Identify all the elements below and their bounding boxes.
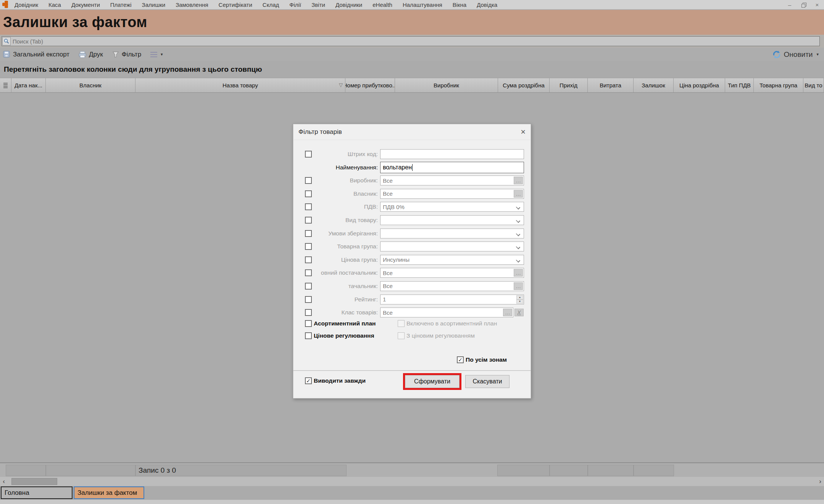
- with-price-regulation-option: З ціновим регулюванням: [398, 332, 475, 341]
- storage-conditions-dropdown[interactable]: [380, 229, 524, 238]
- assortment-plan-checkbox[interactable]: [305, 320, 312, 327]
- view-options-button[interactable]: ▾: [150, 52, 163, 57]
- lookup-ellipsis-button[interactable]: …: [514, 190, 523, 198]
- tab-home[interactable]: Головна: [1, 486, 73, 499]
- dialog-titlebar[interactable]: Фільтр товарів ×: [293, 124, 531, 140]
- restore-button[interactable]: [800, 0, 806, 10]
- all-zones-option: ✓ По усім зонам: [457, 356, 507, 365]
- product-kind-dropdown[interactable]: [380, 215, 524, 225]
- column-header-date[interactable]: Дата нак...: [11, 78, 46, 92]
- price-regulation-checkbox[interactable]: [305, 332, 312, 339]
- filter-button[interactable]: Фільтр: [112, 51, 141, 58]
- search-input[interactable]: [11, 37, 819, 46]
- column-filter-icon[interactable]: ▽: [339, 82, 343, 88]
- column-header-retail-price[interactable]: Ціна роздрібна: [674, 78, 725, 92]
- manufacturer-lookup[interactable]: Все…: [380, 176, 524, 185]
- filter-dialog: Фільтр товарів × Штрих код: Найменування…: [293, 124, 531, 399]
- export-button[interactable]: Загальний експорт: [3, 51, 69, 58]
- column-header-product-group[interactable]: Товарна група: [754, 78, 803, 92]
- lookup-ellipsis-button[interactable]: …: [514, 269, 523, 277]
- menu-zamovlennia[interactable]: Замовлення: [176, 2, 208, 8]
- product-group-dropdown[interactable]: [380, 242, 524, 251]
- field-row-supplier: тачальник: Все…: [293, 280, 531, 293]
- menu-platezhi[interactable]: Платежі: [110, 2, 132, 8]
- text-caret: [412, 164, 413, 171]
- field-label: Власник:: [308, 187, 378, 201]
- lookup-ellipsis-button[interactable]: …: [514, 282, 523, 290]
- included-in-plan-checkbox: [398, 320, 405, 327]
- field-label: ПДВ:: [308, 200, 378, 214]
- column-header-owner[interactable]: Власник: [46, 78, 135, 92]
- spin-down-button[interactable]: ▼: [516, 300, 523, 304]
- field-label: Рейтинг:: [308, 293, 378, 306]
- refresh-dropdown-arrow-icon[interactable]: ▾: [816, 52, 819, 57]
- field-label: Цінова група:: [308, 253, 378, 267]
- menu-dovidka[interactable]: Довідка: [477, 2, 497, 8]
- menu-sklad[interactable]: Склад: [263, 2, 279, 8]
- column-header-product-kind[interactable]: Вид то: [803, 78, 824, 92]
- always-show-checkbox[interactable]: ✓: [305, 377, 312, 384]
- menu-dovidnyk[interactable]: Довідник: [15, 2, 38, 8]
- toolbar: Загальний експорт Друк Фільтр ▾ Оновити …: [0, 48, 824, 61]
- tab-label: Головна: [5, 489, 29, 497]
- status-cell: [6, 465, 46, 476]
- minimize-button[interactable]: –: [787, 0, 793, 10]
- field-value: 1: [383, 296, 386, 303]
- column-header-balance[interactable]: Залишок: [634, 78, 674, 92]
- lookup-ellipsis-button[interactable]: …: [503, 309, 512, 316]
- column-header-expense[interactable]: Витрата: [588, 78, 634, 92]
- menu-dokumenty[interactable]: Документи: [71, 2, 100, 8]
- column-header-manufacturer[interactable]: Виробник: [395, 78, 498, 92]
- menu-vikna[interactable]: Вікна: [453, 2, 467, 8]
- spin-up-button[interactable]: ▲: [516, 295, 523, 300]
- column-header-selector[interactable]: [0, 78, 11, 92]
- status-cell: [634, 465, 674, 476]
- tab-zalyshky-za-faktom[interactable]: Залишки за фактом: [74, 486, 144, 499]
- column-label: Номер прибутково...: [345, 82, 395, 89]
- close-button[interactable]: ×: [814, 0, 820, 10]
- menu-sertyfikaty[interactable]: Сертифікати: [219, 2, 252, 8]
- main-supplier-lookup[interactable]: Все…: [380, 268, 524, 278]
- all-zones-checkbox[interactable]: ✓: [457, 356, 464, 363]
- product-class-lookup[interactable]: Все…X: [380, 308, 513, 317]
- supplier-lookup[interactable]: Все…: [380, 281, 524, 291]
- refresh-button[interactable]: Оновити: [784, 50, 813, 59]
- page-title: Залишки за фактом: [3, 14, 147, 31]
- lookup-ellipsis-button[interactable]: …: [514, 177, 523, 184]
- print-button[interactable]: Друк: [79, 51, 103, 58]
- search-box[interactable]: [2, 36, 820, 46]
- menu-zalyshky[interactable]: Залишки: [142, 2, 166, 8]
- name-input[interactable]: вольтарен: [380, 162, 524, 173]
- spinner-buttons: ▲ ▼: [516, 295, 523, 304]
- column-header-invoice-number[interactable]: Номер прибутково...: [345, 78, 395, 92]
- column-header-vat-type[interactable]: Тип ПДВ: [725, 78, 754, 92]
- column-header-product-name[interactable]: Назва товару▽: [135, 78, 345, 92]
- column-header-income[interactable]: Прихід: [550, 78, 588, 92]
- menu-kasa[interactable]: Каса: [48, 2, 61, 8]
- clear-x-button[interactable]: X: [514, 309, 524, 316]
- horizontal-scrollbar[interactable]: ‹ ›: [0, 477, 824, 486]
- scroll-left-button[interactable]: ‹: [0, 477, 8, 486]
- column-header-retail-sum[interactable]: Сума роздрібна: [498, 78, 550, 92]
- vat-dropdown[interactable]: ПДВ 0%: [380, 202, 524, 212]
- dialog-close-icon[interactable]: ×: [521, 128, 526, 136]
- field-value: Все: [383, 309, 393, 316]
- record-count-text: Запис 0 з 0: [136, 465, 346, 476]
- price-group-dropdown[interactable]: Инсулины: [380, 255, 524, 265]
- export-icon: [3, 51, 10, 58]
- scrollbar-thumb[interactable]: [11, 478, 57, 485]
- menu-dovidnyky[interactable]: Довідники: [335, 2, 362, 8]
- owner-lookup[interactable]: Все…: [380, 189, 524, 199]
- scroll-right-button[interactable]: ›: [816, 477, 824, 486]
- rating-spinner[interactable]: 1 ▲ ▼: [380, 295, 524, 304]
- field-row-barcode: Штрих код:: [293, 148, 531, 161]
- menu-filii[interactable]: Філії: [289, 2, 301, 8]
- menu-nalashtuvannia[interactable]: Налаштування: [403, 2, 442, 8]
- refresh-icon[interactable]: [772, 50, 781, 59]
- field-row-name: Найменування: вольтарен: [293, 161, 531, 174]
- cancel-button[interactable]: Скасувати: [465, 375, 510, 388]
- menu-zvity[interactable]: Звіти: [311, 2, 325, 8]
- submit-button[interactable]: Сформувати: [405, 375, 460, 388]
- barcode-input[interactable]: [380, 149, 524, 159]
- menu-ehealth[interactable]: eHealth: [372, 2, 392, 8]
